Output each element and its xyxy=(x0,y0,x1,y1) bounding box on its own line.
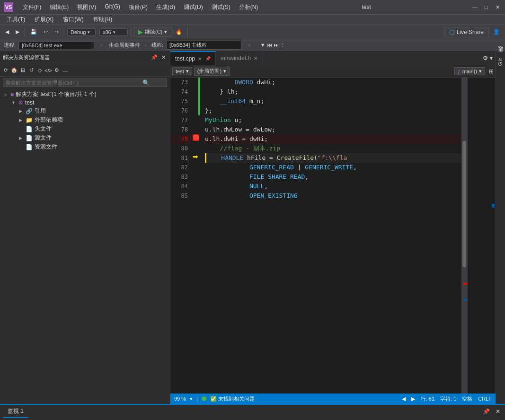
search-input[interactable] xyxy=(5,80,142,86)
tab-dropdown-button[interactable]: ▾ xyxy=(490,55,493,61)
menu-help[interactable]: 帮助(H) xyxy=(89,15,116,25)
gutter: 🔴 ➡ xyxy=(192,78,201,394)
code-line-77: MyUnion u; xyxy=(205,115,461,125)
redo-button[interactable]: ↪ xyxy=(52,28,61,36)
menu-git[interactable]: Git(G) xyxy=(101,2,124,12)
expand-icon[interactable]: ⊞ xyxy=(489,68,494,75)
live-share-button[interactable]: ⬡ Live Share xyxy=(444,27,489,37)
thread-dropdown[interactable]: [0x6B34] 主线程 xyxy=(166,41,242,50)
menu-bar-2: 工具(T) 扩展(X) 窗口(W) 帮助(H) xyxy=(0,14,505,25)
editor-nav: test ▾ (全局范围) ▾ ƒ main() ▾ ⊞ xyxy=(170,65,496,78)
tb-preview-btn[interactable]: ◇ xyxy=(36,67,44,74)
sidebar-toolbar: ⟳ 🏠 ⊟ ↺ ◇ </> ⚙ — xyxy=(0,64,170,77)
tb-minus-btn[interactable]: — xyxy=(62,67,69,74)
menu-project[interactable]: 项目(P) xyxy=(125,2,151,12)
context-dropdown[interactable]: (全局范围) ▾ xyxy=(194,67,230,76)
navigation-forward[interactable]: ▶ xyxy=(411,396,415,402)
tree-refs-node[interactable]: ▶ 🔗 引用 xyxy=(0,106,170,115)
menu-file[interactable]: 文件(F) xyxy=(19,2,45,12)
code-line-78: u.lh.dwLow = dwLow; xyxy=(205,125,461,134)
sidebar-close-button[interactable]: ✕ xyxy=(159,54,167,61)
tree-solution-node[interactable]: ▷ ■ 解决方案"test"(1 个项目/共 1 个) xyxy=(0,90,170,99)
vertical-scrollbar[interactable] xyxy=(461,78,467,394)
save-button[interactable]: 💾 xyxy=(28,28,39,36)
lifecycle-button[interactable]: 生命周期事件 xyxy=(109,42,140,49)
close-button[interactable]: ✕ xyxy=(494,3,501,11)
breakpoint-marker xyxy=(463,283,467,285)
menu-extensions[interactable]: 扩展(X) xyxy=(31,15,57,25)
forward-button[interactable]: ▶ xyxy=(13,28,22,36)
search-icon[interactable]: 🔍 xyxy=(142,79,150,86)
platform-dropdown[interactable]: x86 ▾ xyxy=(99,28,128,36)
panel-close-btn[interactable]: ✕ xyxy=(494,407,502,416)
minimize-button[interactable]: — xyxy=(471,3,478,11)
code-editor[interactable]: DWORD dwHi; } lh; __int64 m_n; }; MyUnio… xyxy=(201,78,461,394)
resources-icon: 📄 xyxy=(26,144,33,150)
zoom-dropdown[interactable]: ▾ xyxy=(190,396,193,402)
continue-button[interactable]: ▶ 继续(C) ▾ xyxy=(134,27,171,37)
undo-button[interactable]: ↩ xyxy=(41,28,50,36)
no-issues-label: ✅ 未找到相关问题 xyxy=(210,395,255,402)
watch-tab[interactable]: 监视 1 xyxy=(3,405,28,418)
code-line-85: OPEN_EXISTING xyxy=(205,191,461,201)
tab-minwindef[interactable]: minwindef.h ✕ xyxy=(216,51,263,65)
function-dropdown[interactable]: ƒ main() ▾ xyxy=(454,67,485,75)
back-button[interactable]: ◀ xyxy=(3,28,11,36)
eol-info: CRLF xyxy=(478,396,492,402)
menu-debug[interactable]: 调试(D) xyxy=(180,2,207,12)
tree-headers-node[interactable]: ▶ 📄 头文件 xyxy=(0,124,170,133)
debug-btn-2[interactable]: ⏭ xyxy=(274,42,279,48)
scope-dropdown[interactable]: test ▾ xyxy=(172,67,192,75)
col-info: 字符: 1 xyxy=(440,395,456,402)
separator-4 xyxy=(187,28,188,36)
tree-project-node[interactable]: ▼ ⚙ test xyxy=(0,99,170,106)
pin-icon[interactable]: 📌 xyxy=(205,56,211,61)
maximize-button[interactable]: □ xyxy=(482,3,490,11)
process-dropdown[interactable]: [0x56C4] test.exe xyxy=(18,42,94,49)
tree-external-node[interactable]: ▶ 📁 外部依赖项 xyxy=(0,115,170,124)
headers-icon: 📄 xyxy=(26,126,33,132)
line-74: 74 xyxy=(170,87,192,96)
tb-sync-btn[interactable]: ⟳ xyxy=(2,67,9,74)
debug-btn-1[interactable]: ⏮ xyxy=(267,42,272,48)
tab-settings-button[interactable]: ⚙ xyxy=(483,55,488,61)
tab-test-cpp[interactable]: test.cpp ✕ 📌 xyxy=(170,51,216,65)
navigation-back[interactable]: ◀ xyxy=(402,396,406,402)
debug-btn-3[interactable]: ⋮ xyxy=(280,42,285,48)
spaces-info: 空格 xyxy=(462,395,472,402)
chevron-down-icon: ▾ xyxy=(223,68,226,74)
menu-tools[interactable]: 工具(T) xyxy=(3,15,29,25)
minimap-viewport xyxy=(492,204,495,208)
tab-close-icon[interactable]: ✕ xyxy=(254,56,257,61)
current-line-marker xyxy=(463,299,467,301)
project-icon: ⚙ xyxy=(18,99,23,106)
tree-sources-node[interactable]: ▶ 📄 源文件 xyxy=(0,133,170,142)
tb-home-btn[interactable]: 🏠 xyxy=(10,67,18,74)
tree-resources-node[interactable]: ▶ 📄 资源文件 xyxy=(0,142,170,151)
menu-build[interactable]: 生成(B) xyxy=(152,2,179,12)
tb-props-btn[interactable]: ⚙ xyxy=(53,67,61,74)
menu-window[interactable]: 窗口(W) xyxy=(59,15,87,25)
breakpoint-dot[interactable]: 🔴 xyxy=(193,134,199,141)
profile-button[interactable]: 👤 xyxy=(491,28,502,36)
pin-button[interactable]: 📌 xyxy=(151,54,158,61)
tb-refresh-btn[interactable]: ↺ xyxy=(27,67,35,74)
filter-button[interactable]: ▼ xyxy=(260,42,266,48)
debug-mode-dropdown[interactable]: Debug ▾ xyxy=(67,28,96,36)
tb-code-btn[interactable]: </> xyxy=(44,67,52,74)
tab-close-icon[interactable]: ✕ xyxy=(198,56,202,61)
tb-filter-btn[interactable]: ⊟ xyxy=(19,67,27,74)
thread-label: 线程: xyxy=(151,42,163,49)
menu-view[interactable]: 视图(V) xyxy=(73,2,100,12)
zoom-level: 99 % xyxy=(174,396,186,402)
title-bar: VS 文件(F) 编辑(E) 视图(V) Git(G) 项目(P) 生成(B) … xyxy=(0,0,505,14)
menu-analyze[interactable]: 分析(N) xyxy=(235,2,262,12)
code-line-82: GENERIC_READ | GENERIC_WRITE, xyxy=(205,163,461,172)
panel-pin-btn[interactable]: 📌 xyxy=(481,407,492,416)
menu-edit[interactable]: 编辑(E) xyxy=(46,2,72,12)
fire-button[interactable]: 🔥 xyxy=(173,28,185,36)
menu-test[interactable]: 测试(S) xyxy=(208,2,234,12)
solution-icon: ■ xyxy=(10,91,14,98)
status-left: 99 % ▾ | ✅ 未找到相关问题 xyxy=(174,395,255,402)
editor-tab-bar: test.cpp ✕ 📌 minwindef.h ✕ ⚙ ▾ xyxy=(170,51,496,65)
